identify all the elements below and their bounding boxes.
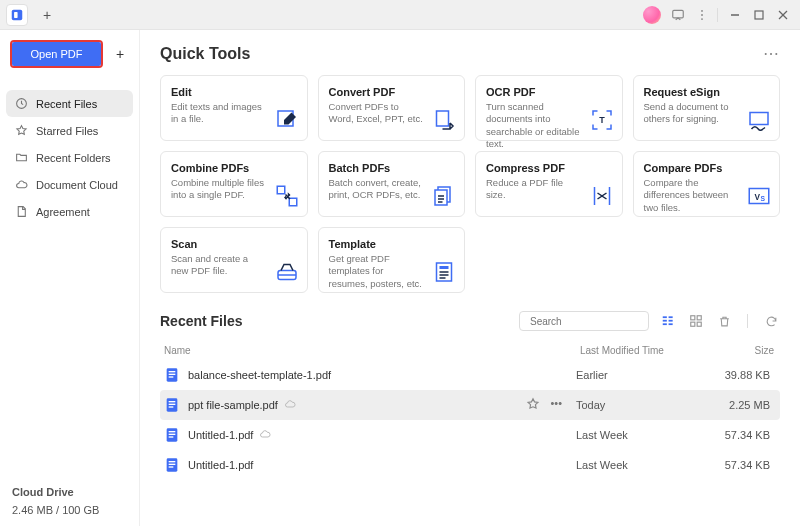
view-grid-icon[interactable] xyxy=(687,312,705,330)
quick-tools-more-icon[interactable]: ⋯ xyxy=(763,44,780,63)
svg-rect-35 xyxy=(669,316,673,318)
file-icon xyxy=(14,205,28,218)
sidebar-item-label: Starred Files xyxy=(36,125,98,137)
open-pdf-button[interactable]: Open PDF xyxy=(12,42,101,66)
add-button[interactable]: + xyxy=(111,45,129,63)
svg-rect-55 xyxy=(169,436,174,437)
clock-icon xyxy=(14,97,28,110)
sidebar-item-document-cloud[interactable]: Document Cloud xyxy=(6,171,133,198)
svg-point-3 xyxy=(701,9,703,11)
content-area: Quick Tools ⋯ EditEdit texts and images … xyxy=(140,30,800,526)
tool-title: Convert PDF xyxy=(329,86,455,98)
kebab-menu-icon[interactable] xyxy=(691,4,713,26)
svg-rect-7 xyxy=(755,11,763,19)
svg-rect-1 xyxy=(14,12,18,18)
tool-title: Batch PDFs xyxy=(329,162,455,174)
svg-rect-28 xyxy=(440,266,449,269)
tool-card-compress[interactable]: Compress PDFReduce a PDF file size. xyxy=(475,151,623,217)
tool-card-esign[interactable]: Request eSignSend a document to others f… xyxy=(633,75,781,141)
chat-icon[interactable] xyxy=(667,4,689,26)
svg-rect-2 xyxy=(673,10,684,18)
svg-rect-47 xyxy=(169,376,174,377)
file-row[interactable]: balance-sheet-template-1.pdfEarlier39.88… xyxy=(160,360,780,390)
tool-card-batch[interactable]: Batch PDFsBatch convert, create, print, … xyxy=(318,151,466,217)
tool-card-edit[interactable]: EditEdit texts and images in a file. xyxy=(160,75,308,141)
file-size: 57.34 KB xyxy=(716,459,776,471)
tool-card-ocr[interactable]: OCR PDFTurn scanned documents into searc… xyxy=(475,75,623,141)
tool-card-convert[interactable]: Convert PDFConvert PDFs to Word, Excel, … xyxy=(318,75,466,141)
svg-rect-41 xyxy=(697,316,701,320)
svg-rect-45 xyxy=(169,371,176,372)
star-icon xyxy=(14,124,28,137)
sidebar-item-recent-folders[interactable]: Recent Folders xyxy=(6,144,133,171)
file-time: Today xyxy=(576,399,716,411)
cloud-drive-usage: 2.46 MB / 100 GB xyxy=(12,504,127,516)
file-row[interactable]: Untitled-1.pdfLast Week57.34 KB xyxy=(160,450,780,480)
file-time: Earlier xyxy=(576,369,716,381)
svg-rect-34 xyxy=(663,316,667,318)
search-input[interactable] xyxy=(530,316,657,327)
window-maximize-button[interactable] xyxy=(748,4,770,26)
svg-rect-50 xyxy=(169,404,176,405)
star-icon[interactable] xyxy=(526,397,540,413)
new-tab-button[interactable]: + xyxy=(36,4,58,26)
delete-icon[interactable] xyxy=(715,312,733,330)
template-icon xyxy=(432,260,456,284)
file-row[interactable]: ppt file-sample.pdf•••Today2.25 MB xyxy=(160,390,780,420)
svg-rect-53 xyxy=(169,431,176,432)
cloud-indicator-icon xyxy=(259,428,271,442)
svg-rect-39 xyxy=(669,323,673,325)
file-row[interactable]: Untitled-1.pdfLast Week57.34 KB xyxy=(160,420,780,450)
titlebar: + xyxy=(0,0,800,30)
tool-card-template[interactable]: TemplateGet great PDF templates for resu… xyxy=(318,227,466,293)
tool-title: OCR PDF xyxy=(486,86,612,98)
sidebar-nav: Recent FilesStarred FilesRecent FoldersD… xyxy=(0,90,139,225)
combine-icon xyxy=(275,184,299,208)
divider xyxy=(747,314,748,328)
tool-title: Compress PDF xyxy=(486,162,612,174)
esign-icon xyxy=(747,108,771,132)
pdf-file-icon xyxy=(164,397,180,413)
recent-files-heading: Recent Files xyxy=(160,313,509,329)
svg-rect-40 xyxy=(691,316,695,320)
svg-rect-15 xyxy=(277,186,285,194)
tool-card-combine[interactable]: Combine PDFsCombine multiple files into … xyxy=(160,151,308,217)
col-time: Last Modified Time xyxy=(580,345,720,356)
sidebar-item-recent-files[interactable]: Recent Files xyxy=(6,90,133,117)
refresh-icon[interactable] xyxy=(762,312,780,330)
view-list-icon[interactable] xyxy=(659,312,677,330)
pdf-file-icon xyxy=(164,367,180,383)
more-icon[interactable]: ••• xyxy=(550,397,562,413)
sidebar-item-starred-files[interactable]: Starred Files xyxy=(6,117,133,144)
svg-text:T: T xyxy=(599,115,605,125)
window-close-button[interactable] xyxy=(772,4,794,26)
svg-rect-57 xyxy=(169,461,176,462)
sidebar: Open PDF + Recent FilesStarred FilesRece… xyxy=(0,30,140,526)
tool-title: Combine PDFs xyxy=(171,162,297,174)
file-size: 57.34 KB xyxy=(716,429,776,441)
svg-rect-36 xyxy=(663,320,667,322)
account-avatar[interactable] xyxy=(643,6,661,24)
svg-point-5 xyxy=(701,18,703,20)
app-logo xyxy=(6,4,28,26)
quick-tools-grid: EditEdit texts and images in a file.Conv… xyxy=(160,75,780,293)
file-name: Untitled-1.pdf xyxy=(188,459,576,471)
window-minimize-button[interactable] xyxy=(724,4,746,26)
sidebar-item-label: Recent Files xyxy=(36,98,97,110)
sidebar-item-label: Document Cloud xyxy=(36,179,118,191)
svg-rect-12 xyxy=(437,111,449,126)
open-pdf-highlight: Open PDF xyxy=(10,40,103,68)
svg-point-4 xyxy=(701,14,703,16)
search-box[interactable] xyxy=(519,311,649,331)
quick-tools-heading: Quick Tools xyxy=(160,45,763,63)
svg-rect-14 xyxy=(750,113,768,125)
svg-rect-51 xyxy=(169,406,174,407)
svg-rect-42 xyxy=(691,322,695,326)
file-time: Last Week xyxy=(576,459,716,471)
file-name: Untitled-1.pdf xyxy=(188,428,576,442)
tool-card-compare[interactable]: Compare PDFsCompare the differences betw… xyxy=(633,151,781,217)
tool-card-scan[interactable]: ScanScan and create a new PDF file. xyxy=(160,227,308,293)
sidebar-item-agreement[interactable]: Agreement xyxy=(6,198,133,225)
compress-icon xyxy=(590,184,614,208)
divider xyxy=(717,8,718,22)
